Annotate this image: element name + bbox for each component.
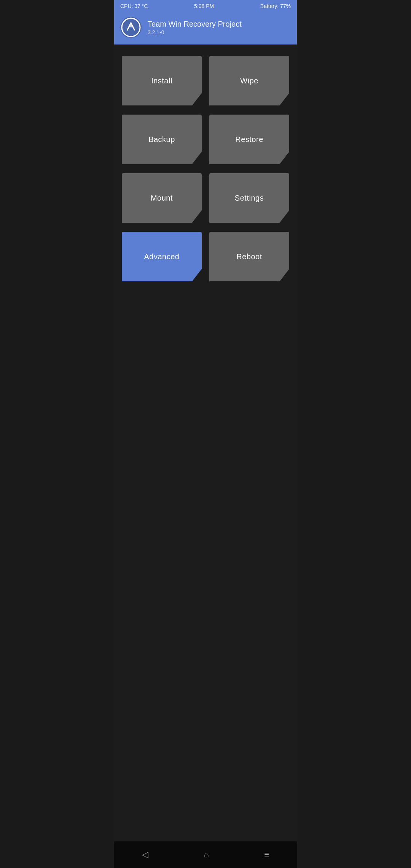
main-content: Install Wipe Backup Restore Mount Settin…: [114, 45, 297, 841]
status-bar: CPU: 37 °C 5:08 PM Battery: 77%: [114, 0, 297, 12]
restore-button[interactable]: Restore: [209, 115, 289, 164]
nav-bar: [114, 841, 297, 868]
back-nav-button[interactable]: [134, 847, 156, 863]
app-header: Team Win Recovery Project 3.2.1-0: [114, 12, 297, 45]
mount-button[interactable]: Mount: [122, 173, 202, 223]
app-logo: [120, 17, 142, 38]
settings-button[interactable]: Settings: [209, 173, 289, 223]
battery-status: Battery: 77%: [260, 3, 291, 9]
time-status: 5:08 PM: [194, 3, 214, 9]
reboot-button[interactable]: Reboot: [209, 232, 289, 281]
cpu-status: CPU: 37 °C: [120, 3, 148, 9]
wipe-button[interactable]: Wipe: [209, 56, 289, 105]
install-button[interactable]: Install: [122, 56, 202, 105]
button-grid: Install Wipe Backup Restore Mount Settin…: [122, 56, 289, 281]
header-text: Team Win Recovery Project 3.2.1-0: [148, 20, 242, 35]
app-name: Team Win Recovery Project: [148, 20, 242, 29]
home-nav-button[interactable]: [196, 847, 216, 863]
advanced-button[interactable]: Advanced: [122, 232, 202, 281]
menu-nav-button[interactable]: [256, 847, 277, 863]
app-version: 3.2.1-0: [148, 29, 242, 35]
backup-button[interactable]: Backup: [122, 115, 202, 164]
